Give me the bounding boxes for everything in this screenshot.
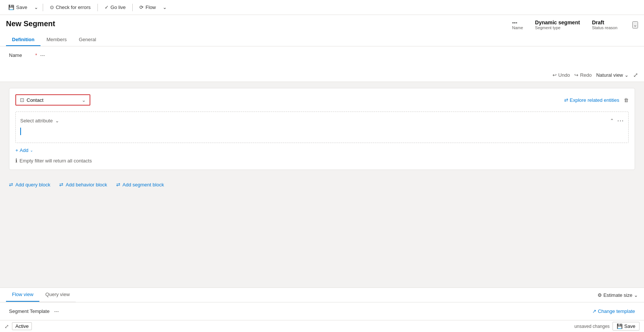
delete-icon: 🗑: [624, 97, 629, 103]
flow-view-tab[interactable]: Flow view: [6, 288, 39, 302]
estimate-icon: ⚙: [598, 292, 602, 298]
active-status-label: Active: [15, 323, 28, 329]
entity-dropdown[interactable]: ⊡ Contact ⌄: [15, 94, 90, 106]
estimate-size-button[interactable]: ⚙ Estimate size ⌄: [598, 292, 638, 298]
fullscreen-button[interactable]: ⤢: [633, 71, 638, 79]
more-attribute-button[interactable]: ⋯: [617, 116, 624, 125]
entity-dropdown-icon: ⊡: [20, 97, 24, 103]
save-status-label: Save: [624, 323, 635, 329]
query-area: ↩ Undo ↪ Redo Natural view ⌄ ⤢: [0, 68, 644, 287]
change-template-button[interactable]: ↗ Change template: [592, 308, 635, 314]
bottom-panel: Flow view Query view ⚙ Estimate size ⌄ S…: [0, 287, 644, 320]
meta-name-value: ---: [512, 19, 517, 25]
save-icon: 💾: [8, 4, 14, 10]
block-buttons: ⇄ Add query block ⇄ Add behavior block ⇄…: [0, 176, 644, 194]
go-live-icon: ✓: [105, 4, 109, 10]
go-live-button[interactable]: ✓ Go live: [101, 3, 129, 12]
select-attribute-button[interactable]: Select attribute ⌄: [20, 118, 59, 124]
add-button[interactable]: + Add ⌄: [15, 147, 33, 153]
select-attribute-chevron-icon: ⌄: [55, 118, 59, 124]
add-row: + Add ⌄: [15, 147, 629, 153]
tab-definition[interactable]: Definition: [6, 34, 40, 46]
main-content: Name * --- ↩ Undo ↪ Redo Natural view ⌄: [0, 46, 644, 320]
view-select-chevron-icon: ⌄: [625, 72, 629, 78]
view-select-button[interactable]: Natural view ⌄: [596, 72, 629, 78]
change-template-icon: ↗: [592, 308, 596, 314]
flow-label: Flow: [145, 4, 156, 10]
explore-related-entities-button[interactable]: ⇄ Explore related entities: [564, 97, 619, 103]
add-segment-block-button[interactable]: ⇄ Add segment block: [116, 182, 164, 188]
toolbar-separator-3: [132, 4, 133, 11]
bottom-content: Segment Template --- ↗ Change template: [0, 302, 644, 320]
change-template-label: Change template: [598, 308, 635, 314]
save-dropdown-button[interactable]: ⌄: [33, 3, 40, 12]
attribute-cursor: [20, 128, 21, 135]
name-field-row: Name * ---: [9, 52, 635, 58]
main-toolbar: 💾 Save ⌄ ⊙ Check for errors ✓ Go live ⟳ …: [0, 0, 644, 15]
entity-row: ⊡ Contact ⌄ ⇄ Explore related entities 🗑: [15, 94, 629, 106]
check-errors-label: Check for errors: [56, 4, 91, 10]
add-label: Add: [20, 147, 28, 153]
name-field-value[interactable]: ---: [40, 52, 45, 58]
form-area: Name * ---: [0, 46, 644, 68]
expand-status-icon[interactable]: ⤢: [4, 323, 9, 329]
segment-template-row: Segment Template ---: [9, 308, 59, 314]
select-attribute-label: Select attribute: [20, 118, 53, 124]
add-chevron-icon: ⌄: [30, 148, 33, 152]
segment-template-label: Segment Template: [9, 308, 49, 314]
status-bar: ⤢ Active unsaved changes 💾 Save: [0, 320, 644, 332]
segment-template-value: ---: [54, 308, 59, 314]
add-segment-icon: ⇄: [116, 182, 120, 188]
add-behavior-icon: ⇄: [59, 182, 63, 188]
add-query-label: Add query block: [15, 182, 50, 188]
explore-icon: ⇄: [564, 97, 568, 103]
meta-segment-type-label: Segment type: [535, 25, 560, 30]
page-header: New Segment --- Name Dynamic segment Seg…: [0, 15, 644, 46]
unsaved-text: unsaved changes: [574, 324, 610, 329]
query-block: ⊡ Contact ⌄ ⇄ Explore related entities 🗑: [9, 88, 635, 170]
toolbar-separator-2: [97, 4, 98, 11]
save-button[interactable]: 💾 Save: [4, 3, 31, 12]
page-tabs: Definition Members General: [6, 34, 638, 46]
info-message: ℹ Empty filter will return all contacts: [15, 158, 629, 164]
check-errors-icon: ⊙: [50, 4, 54, 10]
status-left: ⤢ Active: [4, 322, 32, 330]
explore-label: Explore related entities: [570, 97, 619, 103]
entity-right: ⇄ Explore related entities 🗑: [564, 97, 629, 103]
redo-icon: ↪: [574, 72, 578, 78]
meta-segment-type-value: Dynamic segment: [535, 19, 580, 25]
save-label: Save: [16, 4, 27, 10]
bottom-tabs: Flow view Query view: [6, 288, 76, 302]
flow-button[interactable]: ⟳ Flow: [136, 3, 159, 12]
undo-icon: ↩: [553, 72, 557, 78]
redo-button[interactable]: ↪ Redo: [574, 72, 592, 78]
collapse-attribute-button[interactable]: ⌃: [610, 118, 614, 124]
tab-general[interactable]: General: [73, 34, 102, 46]
undo-button[interactable]: ↩ Undo: [553, 72, 570, 78]
attribute-row: Select attribute ⌄ ⌃ ⋯: [20, 116, 624, 125]
attribute-section: Select attribute ⌄ ⌃ ⋯: [15, 112, 629, 143]
header-meta-expand-button[interactable]: ⌄: [632, 21, 638, 28]
meta-status-reason: Draft Status reason: [592, 19, 617, 30]
name-required-indicator: *: [35, 52, 37, 58]
info-icon: ℹ: [15, 158, 17, 164]
query-toolbar: ↩ Undo ↪ Redo Natural view ⌄ ⤢: [0, 68, 644, 82]
add-query-icon: ⇄: [9, 182, 13, 188]
status-badge: Active: [12, 322, 32, 330]
delete-entity-button[interactable]: 🗑: [624, 97, 629, 103]
status-right: unsaved changes 💾 Save: [574, 322, 640, 331]
estimate-size-label: Estimate size: [604, 292, 632, 298]
check-errors-button[interactable]: ⊙ Check for errors: [46, 3, 94, 12]
view-select-label: Natural view: [596, 72, 623, 78]
tab-members[interactable]: Members: [40, 34, 73, 46]
save-status-button[interactable]: 💾 Save: [613, 322, 640, 331]
flow-dropdown-button[interactable]: ⌄: [161, 3, 168, 12]
query-view-tab[interactable]: Query view: [39, 288, 76, 302]
meta-segment-type: Dynamic segment Segment type: [535, 19, 580, 30]
redo-label: Redo: [580, 72, 592, 78]
header-meta: --- Name Dynamic segment Segment type Dr…: [512, 19, 638, 30]
add-behavior-block-button[interactable]: ⇄ Add behavior block: [59, 182, 107, 188]
toolbar-separator-1: [43, 4, 43, 11]
add-query-block-button[interactable]: ⇄ Add query block: [9, 182, 50, 188]
meta-status-reason-value: Draft: [592, 19, 604, 25]
